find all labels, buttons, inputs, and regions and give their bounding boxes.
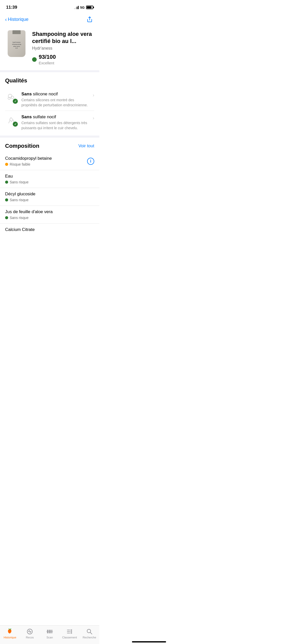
- product-header: hydr'anessshampooingaloe vera2.3 Shampoo…: [0, 27, 99, 70]
- share-button[interactable]: [85, 15, 94, 24]
- back-button[interactable]: ‹ Historique: [5, 17, 29, 22]
- back-label: Historique: [8, 17, 29, 22]
- quality-desc-sulfate: Certains sulfates sont des détergents tr…: [21, 121, 89, 130]
- section-divider-2: [0, 136, 99, 138]
- ingredient-name: Cocamidopropyl betaine: [5, 156, 87, 161]
- product-name: Shampooing aloe vera certifié bio au l..…: [32, 31, 94, 45]
- quality-badge-check-sulfate: ✓: [13, 122, 18, 127]
- product-score: 93/100 Excellent: [32, 54, 94, 65]
- navigation-bar: ‹ Historique: [0, 13, 99, 26]
- risk-label-aloe: Sans risque: [10, 216, 29, 220]
- ingredient-name-eau: Eau: [5, 174, 94, 179]
- status-icons: 5G: [74, 6, 93, 9]
- qualities-section: Qualités ✓ Sans silicone nocif: [0, 72, 99, 136]
- composition-header: Composition Voir tout: [0, 138, 99, 152]
- risk-dot-yellow-icon: [5, 163, 8, 166]
- back-chevron-icon: ‹: [5, 17, 7, 22]
- ingredient-name-aloe: Jus de feuille d'aloe vera: [5, 209, 94, 214]
- quality-icon-sulfate: ✓: [5, 114, 18, 127]
- product-brand: Hydr'aness: [32, 46, 94, 51]
- product-image: hydr'anessshampooingaloe vera2.3: [5, 30, 28, 57]
- score-label: Excellent: [39, 61, 56, 65]
- status-bar: 11:39 5G: [0, 0, 99, 13]
- ingredient-item-eau: Eau Sans risque: [0, 170, 99, 188]
- risk-label: Risque faible: [10, 162, 30, 166]
- ingredient-item-decyl: Décyl glucoside Sans risque: [0, 188, 99, 206]
- quality-desc-silicone: Certains silicones ont montré des propri…: [21, 98, 89, 108]
- risk-label-eau: Sans risque: [10, 180, 29, 184]
- quality-title-sulfate: Sans sulfate nocif: [21, 114, 89, 120]
- ingredient-item-cocamidopropyl[interactable]: Cocamidopropyl betaine Risque faible i: [0, 152, 99, 170]
- quality-badge-check-silicone: ✓: [13, 99, 18, 104]
- voir-tout-button[interactable]: Voir tout: [78, 143, 94, 149]
- signal-bars-icon: [74, 6, 79, 9]
- risk-dot-green-icon-2: [5, 198, 8, 201]
- quality-item-sulfate[interactable]: ✓ Sans sulfate nocif Certains sulfates s…: [5, 111, 94, 134]
- product-tube-visual: hydr'anessshampooingaloe vera2.3: [8, 30, 25, 57]
- score-value: 93/100: [39, 54, 56, 60]
- qualities-title: Qualités: [5, 77, 94, 84]
- ingredient-item-aloe: Jus de feuille d'aloe vera Sans risque: [0, 206, 99, 224]
- risk-dot-green-icon: [5, 181, 8, 184]
- ingredient-name-calcium: Calcium Citrate: [5, 227, 94, 232]
- network-label: 5G: [80, 6, 85, 9]
- quality-chevron-icon: ›: [93, 91, 94, 98]
- share-icon: [87, 16, 93, 22]
- quality-title-silicone: Sans silicone nocif: [21, 92, 89, 97]
- product-info: Shampooing aloe vera certifié bio au l..…: [32, 30, 94, 65]
- risk-label-decyl: Sans risque: [10, 198, 29, 202]
- info-button-cocamidopropyl[interactable]: i: [87, 158, 94, 165]
- quality-item-silicone[interactable]: ✓ Sans silicone nocif Certains silicones…: [5, 88, 94, 111]
- risk-dot-green-icon-3: [5, 216, 8, 219]
- section-divider: [0, 70, 99, 72]
- quality-icon-silicone: ✓: [5, 91, 18, 104]
- ingredient-name-decyl: Décyl glucoside: [5, 192, 94, 197]
- battery-icon: [86, 6, 93, 9]
- status-time: 11:39: [6, 5, 17, 10]
- quality-chevron-icon-2: ›: [93, 114, 94, 121]
- score-dot-icon: [32, 57, 37, 62]
- ingredient-item-calcium: Calcium Citrate: [0, 224, 99, 237]
- composition-title: Composition: [5, 143, 39, 149]
